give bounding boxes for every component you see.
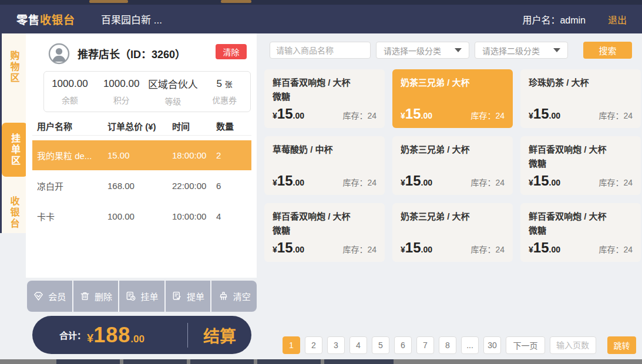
member-button[interactable]: 会员 xyxy=(27,281,72,312)
product-price: ¥15.00 xyxy=(529,240,560,256)
product-price: ¥15.00 xyxy=(401,173,432,189)
page-number-input[interactable] xyxy=(550,336,596,354)
pagination: 1 2 3 4 5 6 7 8 ... 30 下一页 跳转 xyxy=(283,336,636,354)
background-window-remnant xyxy=(221,0,251,3)
product-price: ¥15.00 xyxy=(401,106,432,122)
background-window-edge xyxy=(0,0,642,5)
col-total: 订单总价 (¥) xyxy=(107,120,172,132)
product-card[interactable]: 草莓酸奶 / 中杯 ¥15.00库存：24 xyxy=(264,136,385,195)
product-stock: 库存：24 xyxy=(599,176,633,188)
member-button-label: 会员 xyxy=(48,290,66,302)
order-qty: 6 xyxy=(216,181,251,191)
vip-diamond-icon xyxy=(33,291,44,302)
delete-button[interactable]: 删除 xyxy=(73,281,119,312)
member-header: 推荐店长（ID：3260） 清除 xyxy=(48,42,247,65)
product-stock: 库存：24 xyxy=(599,109,633,121)
product-title: 鲜百香双响炮 / 大杯 xyxy=(529,210,633,224)
chevron-down-icon xyxy=(455,48,462,52)
stat-points-value: 1000.00 xyxy=(103,78,139,89)
page-button-3[interactable]: 3 xyxy=(327,336,345,354)
page-ellipsis[interactable]: ... xyxy=(461,336,479,354)
order-name: 凉白开 xyxy=(37,180,107,192)
tab-shopping-area[interactable]: 购物区 xyxy=(2,44,26,90)
checkout-button[interactable]: 结算 xyxy=(188,323,251,347)
taskbar-segment xyxy=(257,359,321,364)
tab-cashier[interactable]: 收银台 xyxy=(2,190,26,235)
order-time: 18:00:00 xyxy=(172,150,216,160)
jump-button[interactable]: 跳转 xyxy=(607,336,636,354)
stat-points-label: 积分 xyxy=(96,94,147,106)
taskbar-sliver xyxy=(0,359,642,364)
pick-order-button-label: 提单 xyxy=(187,290,204,302)
order-time: 10:00:00 xyxy=(172,211,216,221)
product-card[interactable]: 奶茶三兄弟 / 大杯 ¥15.00库存：24 xyxy=(392,69,513,128)
page-button-1[interactable]: 1 xyxy=(283,336,300,354)
product-stock: 库存：24 xyxy=(599,243,633,255)
product-card[interactable]: 珍珠奶茶 / 大杯 ¥15.00库存：24 xyxy=(520,69,641,128)
product-title: 鲜百香双响炮 / 大杯 xyxy=(529,143,633,157)
page-button-4[interactable]: 4 xyxy=(349,336,367,354)
product-card[interactable]: 鲜百香双响炮 / 大杯 微糖 ¥15.00库存：24 xyxy=(264,203,385,262)
stat-coupons: 5 张 优惠券 xyxy=(199,78,250,106)
clear-member-button[interactable]: 清除 xyxy=(216,44,247,59)
category1-select-value: 请选择一级分类 xyxy=(384,45,441,56)
clear-cart-button[interactable]: 清空 xyxy=(211,281,257,312)
product-price: ¥15.00 xyxy=(273,240,304,256)
product-subtitle: 微糖 xyxy=(529,157,633,171)
search-button[interactable]: 搜索 xyxy=(583,42,632,59)
next-page-button[interactable]: 下一页 xyxy=(506,336,545,354)
pick-order-icon xyxy=(172,291,183,302)
table-divider xyxy=(32,135,251,136)
order-action-bar: 会员 删除 挂单 提单 清空 xyxy=(27,281,257,312)
col-qty: 数量 xyxy=(216,120,251,132)
hold-order-button[interactable]: 挂单 xyxy=(119,281,164,312)
side-tab-strip: 购物区 挂单区 收银台 xyxy=(2,33,26,233)
product-card[interactable]: 奶茶三兄弟 / 大杯 ¥15.00库存：24 xyxy=(392,136,513,195)
product-title: 奶茶三兄弟 / 大杯 xyxy=(401,76,505,90)
logout-button[interactable]: 退出 xyxy=(608,12,627,26)
taskbar-segment xyxy=(324,359,394,364)
product-price: ¥15.00 xyxy=(401,240,432,256)
stat-level-value: 区域合伙人 xyxy=(148,79,198,90)
page-button-30[interactable]: 30 xyxy=(483,336,501,354)
page-button-2[interactable]: 2 xyxy=(305,336,322,354)
page-button-5[interactable]: 5 xyxy=(372,336,389,354)
delete-button-label: 删除 xyxy=(95,290,112,302)
order-row[interactable]: 凉白开 168.00 22:00:00 6 xyxy=(32,170,251,201)
page-button-6[interactable]: 6 xyxy=(394,336,412,354)
page-button-8[interactable]: 8 xyxy=(439,336,456,354)
taskbar-segment xyxy=(190,359,254,364)
product-title: 奶茶三兄弟 / 大杯 xyxy=(401,143,505,157)
product-subtitle: 微糖 xyxy=(273,90,377,104)
product-stock: 库存：24 xyxy=(342,109,377,121)
product-title: 鲜百香双响炮 / 大杯 xyxy=(273,210,377,224)
product-title: 鲜百香双响炮 / 大杯 xyxy=(273,76,377,90)
page-button-7[interactable]: 7 xyxy=(416,336,434,354)
product-price: ¥15.00 xyxy=(529,106,560,122)
product-grid: 鲜百香双响炮 / 大杯 微糖 ¥15.00库存：24 奶茶三兄弟 / 大杯 ¥1… xyxy=(264,69,641,262)
tab-held-orders[interactable]: 挂单区 xyxy=(2,123,28,177)
pick-order-button[interactable]: 提单 xyxy=(166,281,211,312)
order-total: 100.00 xyxy=(107,211,172,221)
stat-points: 1000.00 积分 xyxy=(96,78,147,106)
category2-select[interactable]: 请选择二级分类 xyxy=(475,42,568,59)
chevron-down-icon xyxy=(553,48,560,52)
product-card[interactable]: 鲜百香双响炮 / 大杯 微糖 ¥15.00库存：24 xyxy=(520,203,641,262)
order-row[interactable]: 我的果粒 de... 15.00 18:00:00 2 xyxy=(32,140,251,170)
col-time: 时间 xyxy=(172,120,216,132)
col-username: 用户名称 xyxy=(37,120,107,132)
product-card[interactable]: 奶茶三兄弟 / 大杯 ¥15.00库存：24 xyxy=(392,203,513,262)
order-qty: 4 xyxy=(216,211,251,221)
order-row[interactable]: 卡卡 100.00 10:00:00 4 xyxy=(32,201,251,231)
app-title-retail: 零售 xyxy=(16,14,40,26)
category1-select[interactable]: 请选择一级分类 xyxy=(376,42,469,59)
stat-balance-label: 余额 xyxy=(44,94,96,106)
product-subtitle: 微糖 xyxy=(529,224,633,238)
order-name: 卡卡 xyxy=(37,210,107,223)
product-name-input[interactable] xyxy=(270,42,371,59)
product-card[interactable]: 鲜百香双响炮 / 大杯 微糖 ¥15.00库存：24 xyxy=(264,69,385,128)
stat-coupons-value: 5 xyxy=(217,78,222,89)
product-stock: 库存：24 xyxy=(470,109,505,121)
product-card[interactable]: 鲜百香双响炮 / 大杯 微糖 ¥15.00库存：24 xyxy=(520,136,641,195)
hold-order-button-label: 挂单 xyxy=(140,290,158,302)
